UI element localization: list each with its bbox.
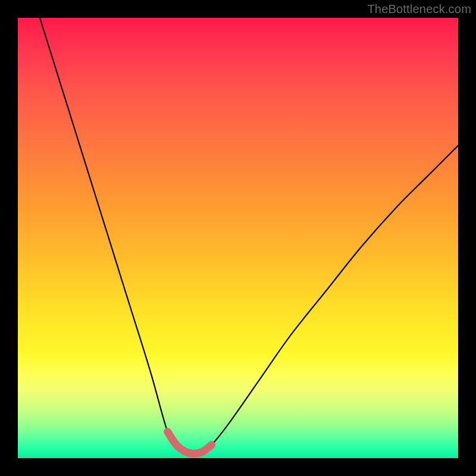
v-curve — [40, 18, 458, 454]
plot-area — [18, 18, 458, 458]
v-curve-minimum-highlight — [168, 432, 212, 454]
watermark-text: TheBottleneck.com — [367, 2, 471, 16]
chart-frame: TheBottleneck.com — [0, 0, 476, 476]
curve-layer — [18, 18, 458, 458]
